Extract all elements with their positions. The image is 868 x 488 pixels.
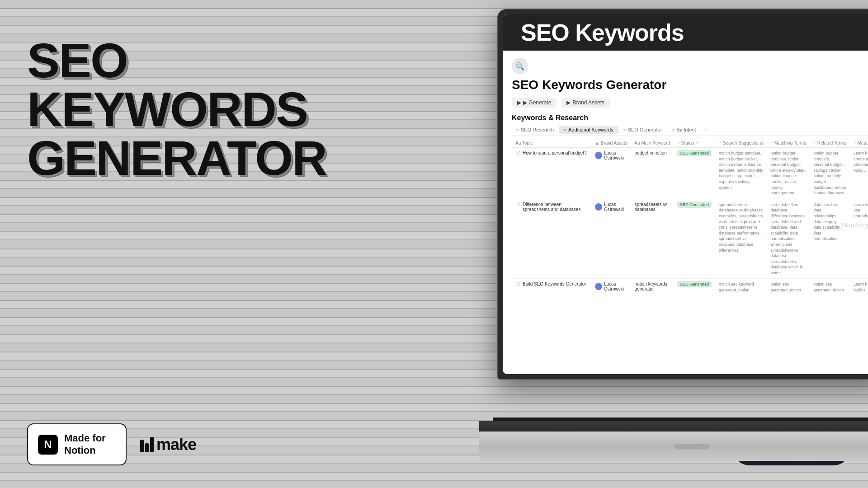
col-search-suggestions: ≡ Search Suggestions — [715, 139, 767, 148]
page-title[interactable]: SEO Keywords Generator — [512, 78, 868, 92]
generate-icon: ▶ — [517, 99, 521, 106]
title-line1: SEO — [27, 36, 289, 85]
marching-text: Marching — [842, 221, 868, 229]
cell-main-keyword: spreadsheets vs databases — [631, 199, 674, 279]
cell-matching-terms: spreadsheet vs database, difference betw… — [767, 199, 810, 279]
cell-search-suggestions: notion seo keyword generator, notion key… — [715, 279, 767, 292]
laptop-hinge — [493, 418, 868, 421]
make-bar-1 — [140, 440, 144, 452]
cell-related-terms: notion seo generator, notion database ke… — [810, 279, 850, 292]
col-meta-desc: ≡ Meta Des... — [850, 139, 868, 148]
brand-assets-button[interactable]: ▶ Brand Assets — [561, 98, 610, 108]
laptop: SEO Keywords 🔍 SEO Keywords Generator ▶ … — [479, 9, 868, 461]
make-bar-2 — [145, 443, 149, 452]
left-panel: SEO KEYWORDS GENERATOR — [27, 36, 289, 183]
cell-search-suggestions: spreadsheets vs databases vs databases e… — [715, 199, 767, 279]
generate-button[interactable]: ▶ ▶ Generate — [512, 98, 557, 108]
bottom-left-badges: N Made for Notion make — [27, 423, 196, 465]
keywords-table-wrapper: Aa Topic ▲ Brand Assets Aa Main Keyword … — [512, 139, 868, 292]
laptop-stand — [479, 432, 868, 461]
cell-brand-asset: Lucas Ostrowski — [591, 199, 631, 279]
cell-main-keyword: budget in notion — [631, 148, 674, 199]
database-tabs: ≡ SEO Research ≡ Additional Keywords ≡ S… — [512, 126, 868, 136]
cell-meta-desc: Learn how to create a personal budg... — [850, 148, 868, 199]
notion-icon: N — [38, 435, 58, 455]
main-title: SEO KEYWORDS GENERATOR — [27, 36, 289, 183]
cell-main-keyword: notion keywords generator — [631, 279, 674, 292]
keywords-table: Aa Topic ▲ Brand Assets Aa Main Keyword … — [512, 139, 868, 292]
col-main-keyword: Aa Main Keyword — [631, 139, 674, 148]
tab-seo-research[interactable]: ≡ SEO Research — [512, 126, 558, 134]
cell-topic: 📄 How to start a personal budget? — [512, 148, 591, 199]
col-related-terms: ≡ Related Terms — [810, 139, 850, 148]
topic-icon: 📄 — [515, 151, 521, 156]
status-badge: SEO Generated — [677, 202, 712, 208]
make-logo: make — [140, 435, 196, 454]
tab-icon: ≡ — [516, 127, 519, 132]
cell-matching-terms: notion seo generator, notion keyword fin… — [767, 279, 810, 292]
cell-brand-asset: Lucas Ostrowski — [591, 279, 631, 292]
make-bars-icon — [140, 437, 154, 452]
title-line2: KEYWORDS — [27, 85, 289, 134]
table-row[interactable]: 📄 Build SEO Keywords Generator Lucas Ost… — [512, 279, 868, 292]
notion-badge-text: Made for Notion — [64, 432, 106, 456]
table-row[interactable]: 📄 How to start a personal budget? Lucas … — [512, 148, 868, 199]
cell-status: SEO Generated — [674, 279, 715, 292]
col-status: ○ Status ○ — [674, 139, 715, 148]
cell-related-terms: data structure, data relationships, data… — [810, 199, 850, 279]
laptop-notch — [674, 444, 710, 449]
col-brand-assets: ▲ Brand Assets — [591, 139, 631, 148]
topic-icon: 📄 — [515, 282, 521, 287]
person-avatar — [595, 203, 602, 211]
tab-seo-generator[interactable]: ≡ SEO Generator — [619, 126, 667, 134]
cell-brand-asset: Lucas Ostrowski — [591, 148, 631, 199]
cell-search-suggestions: notion budget template, notion budget tr… — [715, 148, 767, 199]
status-badge: SEO Generated — [677, 281, 712, 287]
notion-header-title: SEO Keywords — [521, 19, 684, 46]
table-row[interactable]: 📄 Difference between spreadsheets and da… — [512, 199, 868, 279]
person-avatar — [595, 152, 602, 159]
page-buttons: ▶ ▶ Generate ▶ Brand Assets — [512, 98, 868, 108]
laptop-screen-inner: SEO Keywords 🔍 SEO Keywords Generator ▶ … — [503, 14, 868, 374]
add-tab-button[interactable]: + — [703, 126, 707, 133]
make-wordmark: make — [156, 435, 196, 454]
notion-dark-header: SEO Keywords — [503, 14, 868, 51]
make-bar-3 — [150, 437, 154, 452]
topic-icon: 📄 — [515, 202, 521, 207]
section-title: Keywords & Research — [512, 114, 868, 122]
person-avatar — [595, 283, 602, 290]
page-icon-area: 🔍 — [512, 58, 868, 74]
cell-status: SEO Generated — [674, 199, 715, 279]
cell-related-terms: notion budget template, personal budget,… — [810, 148, 850, 199]
laptop-screen-outer: SEO Keywords 🔍 SEO Keywords Generator ▶ … — [497, 9, 868, 380]
tab-by-intent[interactable]: ≡ By Intent — [667, 126, 700, 134]
tab-icon: ≡ — [672, 127, 675, 132]
title-line3: GENERATOR — [27, 134, 289, 183]
brand-assets-icon: ▶ — [566, 99, 571, 106]
cell-meta-desc: Learn when to use spreadsheets... — [850, 199, 868, 279]
cell-status: SEO Generated — [674, 148, 715, 199]
page-icon: 🔍 — [512, 58, 528, 74]
col-matching-terms: ≡ Matching Terms — [767, 139, 810, 148]
tab-icon: ≡ — [623, 127, 626, 132]
cell-topic: 📄 Build SEO Keywords Generator — [512, 279, 591, 292]
cell-matching-terms: notion budget template, notion personal … — [767, 148, 810, 199]
status-badge: SEO Generated — [677, 150, 712, 156]
tab-icon: ≡ — [564, 127, 566, 132]
tab-additional-keywords[interactable]: ≡ Additional Keywords — [559, 126, 618, 134]
cell-meta-desc: Learn how to build a powerful SEO... — [850, 279, 868, 292]
notion-badge: N Made for Notion — [27, 423, 127, 465]
col-topic: Aa Topic — [512, 139, 591, 148]
cell-topic: 📄 Difference between spreadsheets and da… — [512, 199, 591, 279]
